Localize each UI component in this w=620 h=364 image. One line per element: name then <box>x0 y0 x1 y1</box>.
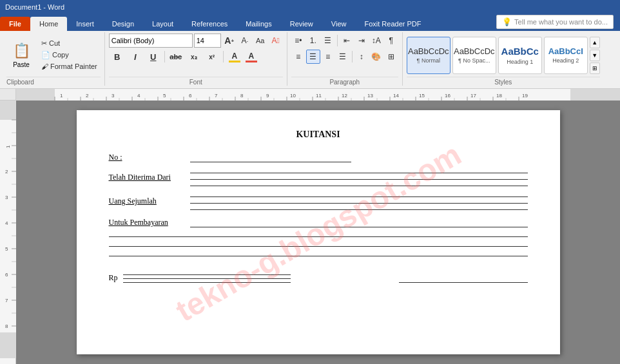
eraser-icon: A⃨ <box>272 36 280 45</box>
style-heading1[interactable]: AaBbCc Heading 1 <box>498 37 542 74</box>
style-heading1-preview: AaBbCc <box>501 46 539 57</box>
bottom-right <box>399 282 528 283</box>
font-shrink-button[interactable]: A- <box>238 34 252 48</box>
font-color-icon: A <box>248 52 254 61</box>
watermark: tekno-g.blogspot.com <box>170 136 467 328</box>
svg-text:7: 7 <box>215 93 218 99</box>
copy-label: Copy <box>52 51 69 59</box>
svg-rect-1 <box>16 89 55 101</box>
svg-text:6: 6 <box>5 272 8 278</box>
tab-file[interactable]: File <box>0 17 30 31</box>
copy-button[interactable]: 📄 Copy <box>38 50 101 61</box>
decrease-indent-button[interactable]: ⇤ <box>340 34 354 48</box>
field-untuk-line <box>190 218 528 227</box>
copy-icon: 📄 <box>41 51 50 59</box>
field-untuk: Untuk Pembayaran <box>109 218 528 227</box>
uang-line-3 <box>190 207 528 210</box>
left-ruler: 1 2 3 4 5 6 7 8 <box>0 101 16 364</box>
line-spacing-button[interactable]: ↕ <box>354 50 369 64</box>
clipboard-group: 📋 Paste ✂ Cut 📄 Copy 🖌 Format Pai <box>3 32 105 86</box>
font-color-underline <box>246 61 257 62</box>
font-group: A+ A- Aa A⃨ B I U abc x₂ x² A <box>105 32 287 86</box>
strikethrough-button[interactable]: abc <box>168 50 184 64</box>
styles-more[interactable]: ⊞ <box>590 62 600 74</box>
paste-button[interactable]: 📋 Paste <box>6 34 36 75</box>
styles-scroll-down[interactable]: ▼ <box>590 50 600 61</box>
tab-review[interactable]: Review <box>281 17 322 31</box>
tab-foxit[interactable]: Foxit Reader PDF <box>355 17 430 31</box>
justify-button[interactable]: ☰ <box>336 50 350 64</box>
svg-rect-59 <box>0 101 16 358</box>
svg-text:5: 5 <box>5 246 8 252</box>
svg-text:8: 8 <box>240 93 244 99</box>
format-painter-button[interactable]: 🖌 Format Painter <box>38 61 101 72</box>
tab-bar: File Home Insert Design Layout Reference… <box>0 14 620 31</box>
tab-references[interactable]: References <box>182 17 237 31</box>
clipboard-group-label: Clipboard <box>6 77 101 86</box>
style-no-spacing-label: ¶ No Spac... <box>458 57 490 64</box>
lightbulb-icon: 💡 <box>502 17 512 26</box>
font-row1: A+ A- Aa A⃨ <box>109 34 283 48</box>
extra-lines-block <box>109 236 528 256</box>
telah-line-1 <box>190 170 528 173</box>
tab-layout[interactable]: Layout <box>143 17 182 31</box>
align-left-button[interactable]: ≡ <box>291 50 305 64</box>
shading-button[interactable]: 🎨 <box>369 50 383 64</box>
field-untuk-label: Untuk Pembayaran <box>109 218 186 227</box>
subscript-button[interactable]: x₂ <box>186 50 202 64</box>
font-name-input[interactable] <box>109 34 193 48</box>
svg-text:18: 18 <box>496 93 502 99</box>
tab-view[interactable]: View <box>322 17 356 31</box>
italic-button[interactable]: I <box>127 50 144 64</box>
underline-button[interactable]: U <box>145 50 162 64</box>
uang-line-1 <box>190 194 528 197</box>
font-size-input[interactable] <box>194 34 221 48</box>
rp-line-1 <box>123 274 291 275</box>
style-heading2[interactable]: AaBbCcI Heading 2 <box>544 37 588 74</box>
title-bar-text: Document1 - Word <box>5 3 64 11</box>
numbering-button[interactable]: 1. <box>306 34 320 48</box>
rp-line-2 <box>123 278 291 279</box>
tell-me-bar[interactable]: 💡 Tell me what you want to do... <box>496 15 614 29</box>
style-no-spacing[interactable]: AaBbCcDc ¶ No Spac... <box>452 37 496 74</box>
style-no-spacing-preview: AaBbCcDc <box>454 46 495 57</box>
cut-button[interactable]: ✂ Cut <box>38 38 101 49</box>
tab-design[interactable]: Design <box>103 17 143 31</box>
multilevel-button[interactable]: ☰ <box>321 34 335 48</box>
superscript-button[interactable]: x² <box>204 50 220 64</box>
style-heading2-label: Heading 2 <box>552 57 579 64</box>
bold-button[interactable]: B <box>109 50 126 64</box>
document-area[interactable]: tekno-g.blogspot.com KUITANSI No : Telah… <box>16 101 620 364</box>
show-formatting-button[interactable]: ¶ <box>384 34 398 48</box>
styles-scroll-up[interactable]: ▲ <box>590 37 600 48</box>
svg-text:4: 4 <box>137 93 140 99</box>
rp-label: Rp <box>109 273 118 283</box>
font-row2: B I U abc x₂ x² A A <box>109 50 283 64</box>
svg-text:7: 7 <box>5 298 8 303</box>
change-case-button[interactable]: Aa <box>253 34 267 48</box>
svg-text:3: 3 <box>111 93 115 99</box>
font-grow-button[interactable]: A+ <box>222 34 237 48</box>
ruler-corner[interactable] <box>0 89 16 101</box>
field-uang: Uang Sejumlah <box>109 194 528 210</box>
svg-text:19: 19 <box>522 93 528 99</box>
font-color-button[interactable]: A <box>244 50 258 64</box>
sort-button[interactable]: ↕A <box>369 34 383 48</box>
tab-insert[interactable]: Insert <box>67 17 103 31</box>
increase-indent-button[interactable]: ⇥ <box>354 34 369 48</box>
align-right-button[interactable]: ≡ <box>321 50 335 64</box>
clear-format-button[interactable]: A⃨ <box>269 34 283 48</box>
bullets-button[interactable]: ≡• <box>291 34 305 48</box>
tab-mailings[interactable]: Mailings <box>237 17 280 31</box>
format-painter-icon: 🖌 <box>41 62 48 70</box>
paragraph-group: ≡• 1. ☰ ⇤ ⇥ ↕A ¶ ≡ ☰ ≡ ☰ ↕ 🎨 ⊞ Paragra <box>287 32 403 86</box>
svg-rect-60 <box>0 101 16 120</box>
highlight-color-button[interactable]: A <box>226 50 243 64</box>
font-section: A+ A- Aa A⃨ B I U abc x₂ x² A <box>109 34 283 77</box>
style-normal[interactable]: AaBbCcDc ¶ Normal <box>407 37 450 74</box>
borders-button[interactable]: ⊞ <box>384 50 398 64</box>
align-center-button[interactable]: ☰ <box>306 50 320 64</box>
extra-line-3 <box>109 256 528 256</box>
svg-text:17: 17 <box>470 93 476 99</box>
tab-home[interactable]: Home <box>30 17 67 31</box>
